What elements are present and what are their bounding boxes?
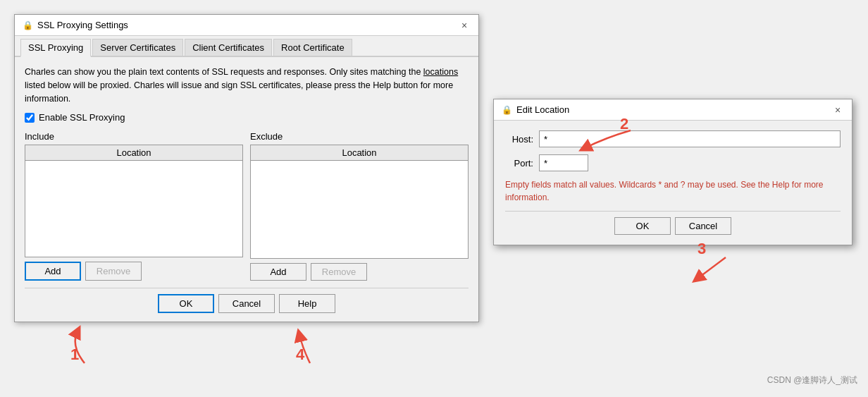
arrow-1	[42, 324, 99, 367]
exclude-column: Exclude Location Add Remove	[250, 131, 469, 281]
enable-ssl-label: Enable SSL Proxying	[39, 112, 125, 123]
exclude-location-header: Location	[251, 145, 468, 161]
port-input[interactable]	[539, 154, 588, 171]
tab-server-certificates[interactable]: Server Certificates	[92, 39, 183, 56]
include-label: Include	[25, 131, 243, 142]
edit-dialog-title: Edit Location	[516, 104, 569, 115]
main-title-bar: 🔒 SSL Proxying Settings ×	[15, 15, 478, 36]
enable-ssl-row: Enable SSL Proxying	[25, 112, 469, 123]
edit-location-dialog: 🔒 Edit Location × Host: Port: Empty fiel…	[493, 99, 852, 245]
edit-close-button[interactable]: ×	[831, 103, 845, 117]
enable-ssl-checkbox[interactable]	[25, 113, 35, 123]
edit-title-bar-left: 🔒 Edit Location	[501, 104, 569, 116]
edit-title-bar: 🔒 Edit Location ×	[494, 99, 852, 121]
main-help-button[interactable]: Help	[279, 294, 335, 313]
include-table-body	[25, 161, 242, 252]
tab-root-certificate[interactable]: Root Certificate	[273, 39, 352, 56]
include-column: Include Location Add Remove	[25, 131, 243, 281]
annotation-4: 4	[296, 346, 304, 364]
arrow-4	[278, 328, 328, 367]
tab-ssl-proxying[interactable]: SSL Proxying	[20, 39, 91, 57]
tab-client-certificates[interactable]: Client Certificates	[185, 39, 272, 56]
host-input[interactable]	[539, 130, 841, 147]
include-remove-button[interactable]: Remove	[85, 262, 142, 281]
host-row: Host:	[505, 130, 841, 147]
include-location-header: Location	[25, 145, 242, 161]
edit-dialog-icon: 🔒	[501, 104, 512, 116]
main-bottom-buttons: OK Cancel Help	[25, 288, 469, 313]
include-table: Location	[25, 145, 243, 257]
main-dialog-icon: 🔒	[22, 20, 33, 31]
main-dialog: 🔒 SSL Proxying Settings × SSL Proxying S…	[14, 14, 479, 322]
main-cancel-button[interactable]: Cancel	[218, 294, 275, 313]
exclude-add-button[interactable]: Add	[250, 263, 306, 281]
edit-dialog-body: Host: Port: Empty fields match all value…	[494, 121, 852, 245]
include-add-button[interactable]: Add	[25, 262, 81, 281]
edit-bottom-buttons: OK Cancel	[505, 211, 841, 235]
exclude-label: Exclude	[250, 131, 469, 142]
edit-cancel-button[interactable]: Cancel	[675, 217, 731, 235]
hint-text: Empty fields match all values. Wildcards…	[505, 178, 841, 204]
edit-ok-button[interactable]: OK	[614, 217, 671, 235]
arrow-3	[683, 250, 740, 286]
annotation-1: 1	[70, 346, 79, 364]
exclude-remove-button[interactable]: Remove	[311, 263, 367, 281]
exclude-table: Location	[250, 145, 469, 259]
columns: Include Location Add Remove Exclude Loca…	[25, 131, 469, 281]
include-buttons: Add Remove	[25, 262, 243, 281]
host-label: Host:	[505, 134, 533, 145]
tabs-bar: SSL Proxying Server Certificates Client …	[15, 36, 478, 57]
title-bar-left: 🔒 SSL Proxying Settings	[22, 20, 128, 31]
info-text: Charles can show you the plain text cont…	[25, 66, 469, 105]
exclude-buttons: Add Remove	[250, 263, 469, 281]
watermark: CSDN @逢脚诗人_测试	[767, 374, 857, 386]
main-ok-button[interactable]: OK	[158, 294, 214, 313]
main-dialog-title: SSL Proxying Settings	[37, 20, 128, 30]
port-row: Port:	[505, 154, 841, 171]
port-label: Port:	[505, 158, 533, 169]
exclude-table-body	[251, 161, 468, 252]
main-close-button[interactable]: ×	[457, 18, 471, 32]
main-dialog-body: Charles can show you the plain text cont…	[15, 57, 478, 322]
